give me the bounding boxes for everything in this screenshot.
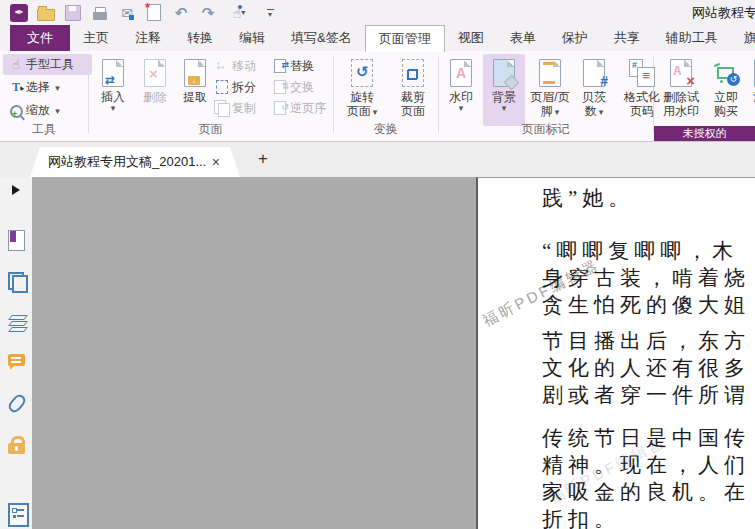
- replace-label: 替换: [290, 59, 314, 73]
- select-tool-label: 选择: [26, 80, 50, 94]
- hand-gesture-button[interactable]: ☝▾: [226, 4, 252, 22]
- menu-tab-12[interactable]: 辅助工具: [653, 25, 731, 51]
- menu-tab-5[interactable]: 编辑: [226, 25, 278, 51]
- buy-now-label: 立即购买: [713, 90, 739, 118]
- menu-tab-13[interactable]: 旗: [731, 25, 755, 51]
- hand-tool-button[interactable]: ☝手型工具: [3, 54, 92, 75]
- doc-text-line: “唧唧复唧唧，木: [542, 237, 738, 265]
- customize-toolbar-button[interactable]: ▾: [261, 4, 279, 22]
- crop-pages-button[interactable]: 裁剪页面: [390, 54, 436, 122]
- remove-trial-watermark-button[interactable]: A× 删除试用水印: [658, 54, 704, 122]
- doc-text-line: 传统节日是中国传: [542, 424, 750, 452]
- main-area: 福昕PDF编辑器 福昕PDF编辑器 践”她。“唧唧复唧唧，木身穿古装，啃着烧贪生…: [0, 177, 755, 529]
- duplicate-pages-button: 复制: [214, 99, 256, 118]
- replace-icon: ⇄: [272, 58, 287, 73]
- activate-button[interactable]: 激活: [748, 54, 755, 122]
- doc-text-line: 贪生怕死的傻大姐: [542, 291, 750, 319]
- menu-tab-10[interactable]: 保护: [549, 25, 601, 51]
- ribbon-tab-row: 文件主页注释转换编辑填写&签名页面管理视图表单保护共享辅助工具旗: [0, 25, 755, 52]
- move-icon: ↔↕: [214, 58, 229, 73]
- zoom-tool-label: 缩放: [26, 103, 50, 117]
- expand-panel-arrow-icon[interactable]: [12, 185, 20, 195]
- close-icon[interactable]: ×: [212, 154, 220, 170]
- menu-tab-7[interactable]: 页面管理: [365, 25, 445, 52]
- watermark-label: 水印: [442, 90, 480, 112]
- split-icon: [214, 79, 229, 94]
- open-file-button[interactable]: [37, 4, 55, 22]
- split-document-button[interactable]: 拆分: [214, 78, 256, 97]
- snapshot-page-icon: *: [147, 4, 161, 21]
- doc-text-line: 精神。现在，人们: [542, 451, 750, 479]
- menu-tab-11[interactable]: 共享: [601, 25, 653, 51]
- snapshot-button[interactable]: *: [145, 4, 163, 22]
- bookmarks-icon[interactable]: [8, 230, 25, 251]
- new-tab-button[interactable]: +: [252, 146, 274, 172]
- header-footer-label: 页眉/页脚: [528, 90, 572, 119]
- foxit-pdf-editor-window: { "titlebar": { "window_title": "网站教程专用文…: [0, 0, 755, 529]
- split-label: 拆分: [232, 80, 256, 94]
- zoom-tool-button[interactable]: 缩放: [3, 100, 92, 121]
- document-tab[interactable]: 网站教程专用文稿_20201... ×: [30, 147, 240, 177]
- doc-text-line: 剧或者穿一件所谓: [542, 381, 750, 409]
- pdf-page[interactable]: 福昕PDF编辑器 福昕PDF编辑器 践”她。“唧唧复唧唧，木身穿古装，啃着烧贪生…: [476, 177, 755, 529]
- document-tab-bar: 网站教程专用文稿_20201... × +: [0, 142, 755, 177]
- background-icon: [493, 59, 515, 87]
- form-fields-icon[interactable]: [8, 503, 29, 527]
- undo-button[interactable]: ↶: [172, 4, 190, 22]
- email-button[interactable]: ✉: [118, 4, 136, 22]
- reverse-order-icon: ↺: [272, 100, 287, 115]
- bates-numbering-icon: #: [583, 59, 605, 87]
- menu-tab-9[interactable]: 表单: [497, 25, 549, 51]
- bates-numbering-button[interactable]: # 贝茨数: [575, 54, 613, 122]
- menu-tab-4[interactable]: 转换: [174, 25, 226, 51]
- header-footer-button[interactable]: 页眉/页脚: [528, 54, 572, 122]
- rotate-pages-button[interactable]: ↺ 旋转页面: [338, 54, 386, 122]
- replace-pages-button[interactable]: ⇄替换: [272, 57, 314, 76]
- delete-pages-label: 删除: [136, 90, 174, 104]
- extract-pages-button[interactable]: ↓ 提取: [176, 54, 214, 122]
- save-icon: [65, 5, 81, 21]
- menu-tab-3[interactable]: 注释: [122, 25, 174, 51]
- doc-text-line: 践”她。: [542, 184, 634, 212]
- duplicate-icon: [214, 100, 229, 115]
- group-label-page: 页面: [88, 121, 333, 138]
- hand-tool-label: 手型工具: [26, 57, 74, 71]
- page-thumbnails-icon[interactable]: [8, 272, 26, 292]
- rotate-pages-icon: ↺: [351, 59, 373, 87]
- select-tool-button[interactable]: T▲选择: [3, 77, 92, 98]
- printer-icon: [93, 12, 107, 20]
- background-button[interactable]: 背景: [483, 54, 525, 126]
- bates-numbering-label: 贝茨数: [580, 90, 608, 119]
- comments-icon[interactable]: [8, 354, 25, 366]
- watermark-button[interactable]: A 水印: [442, 54, 480, 122]
- crop-pages-label: 裁剪页面: [396, 90, 430, 118]
- menu-tab-1[interactable]: 文件: [10, 25, 70, 51]
- menu-tab-6[interactable]: 填写&签名: [278, 25, 365, 51]
- group-label-tools: 工具: [0, 121, 88, 138]
- quick-access-toolbar: ✒ ✉ * ↶ ↷ ☝▾ ▾: [10, 2, 279, 23]
- insert-pages-button[interactable]: ⇄ 插入: [94, 54, 132, 122]
- doc-text-line: 身穿古装，啃着烧: [542, 264, 750, 292]
- activate-label: 激活: [748, 90, 755, 104]
- chevron-down-icon: ▾: [241, 8, 245, 17]
- header-footer-icon: [539, 59, 561, 87]
- menu-tab-8[interactable]: 视图: [445, 25, 497, 51]
- hand-gesture-icon: ☝: [233, 5, 242, 21]
- buy-now-button[interactable]: ↺ 立即购买: [707, 54, 745, 122]
- attachments-icon[interactable]: [6, 392, 27, 414]
- layers-icon[interactable]: [8, 314, 26, 334]
- print-button[interactable]: [91, 4, 109, 22]
- doc-text-line: 家吸金的良机。在: [542, 478, 750, 506]
- group-label-transform: 变换: [333, 121, 438, 138]
- format-page-numbers-icon: #≡: [629, 59, 655, 87]
- shopping-cart-icon: ↺: [714, 61, 738, 85]
- security-icon[interactable]: [8, 436, 26, 456]
- save-button[interactable]: [64, 4, 82, 22]
- redo-button[interactable]: ↷: [199, 4, 217, 22]
- hand-icon: ☝: [8, 54, 24, 75]
- document-tab-title: 网站教程专用文稿_20201...: [48, 153, 206, 171]
- background-label: 背景: [483, 90, 525, 112]
- delete-pages-button: × 删除: [136, 54, 174, 122]
- crop-pages-icon: [402, 59, 424, 87]
- menu-tab-2[interactable]: 主页: [70, 25, 122, 51]
